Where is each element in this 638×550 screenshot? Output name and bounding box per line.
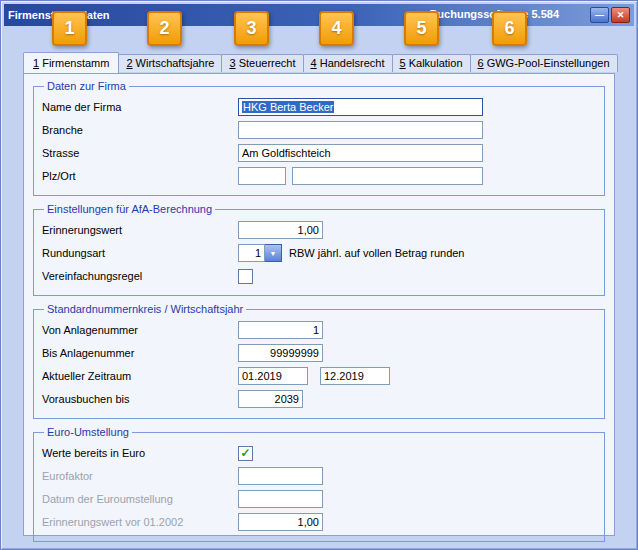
- firma-name-input[interactable]: HKG Berta Becker: [238, 98, 483, 116]
- group-legend: Euro-Umstellung: [44, 426, 132, 438]
- firma-name-label: Name der Firma: [42, 101, 238, 113]
- field-row: Werte bereits in Euro ✓: [42, 443, 596, 463]
- strasse-input[interactable]: [238, 144, 483, 162]
- group-euro-umstellung: Euro-Umstellung Werte bereits in Euro ✓ …: [33, 426, 605, 542]
- tab-label: Handelsrecht: [317, 57, 385, 69]
- bis-anlagenummer-input[interactable]: [238, 344, 323, 362]
- field-row: Vorausbuchen bis: [42, 389, 596, 409]
- field-row: Aktueller Zeitraum: [42, 366, 596, 386]
- vorausbuchen-bis-input[interactable]: [238, 390, 303, 408]
- field-row: Eurofaktor: [42, 466, 596, 486]
- annotation-marker-3: 3: [234, 11, 269, 46]
- zeitraum-von-input[interactable]: [238, 367, 308, 385]
- tab-strip: 1 Firmenstamm 2 Wirtschaftsjahre 3 Steue…: [23, 52, 617, 72]
- tab-steuerrecht[interactable]: 3 Steuerrecht: [221, 54, 303, 72]
- field-row: Branche: [42, 120, 596, 140]
- group-legend: Einstellungen für AfA-Berechnung: [44, 203, 215, 215]
- field-row: Erinnerungswert: [42, 220, 596, 240]
- field-row: Datum der Euroumstellung: [42, 489, 596, 509]
- chevron-down-icon: ▼: [270, 250, 277, 257]
- aktueller-zeitraum-label: Aktueller Zeitraum: [42, 370, 238, 382]
- rundungsart-dropdown-button[interactable]: ▼: [265, 244, 282, 262]
- branche-input[interactable]: [238, 121, 483, 139]
- rundungsart-input[interactable]: [238, 244, 265, 262]
- erinnerungswert-label: Erinnerungswert: [42, 224, 238, 236]
- check-icon: ✓: [240, 447, 250, 459]
- close-button[interactable]: ✕: [611, 7, 630, 23]
- eurofaktor-label: Eurofaktor: [42, 470, 238, 482]
- annotation-marker-4: 4: [319, 11, 354, 46]
- rundungsart-label: Rundungsart: [42, 247, 238, 259]
- firma-name-selected-text: HKG Berta Becker: [242, 101, 334, 113]
- field-row: Von Anlagenummer: [42, 320, 596, 340]
- group-legend: Standardnummernkreis / Wirtschaftsjahr: [44, 303, 246, 315]
- tab-label: Kalkulation: [406, 57, 463, 69]
- vorausbuchen-bis-label: Vorausbuchen bis: [42, 393, 238, 405]
- group-standardnummernkreis: Standardnummernkreis / Wirtschaftsjahr V…: [33, 303, 605, 419]
- eurofaktor-input[interactable]: [238, 467, 323, 485]
- tab-label: Firmenstamm: [39, 57, 109, 69]
- werte-in-euro-checkbox[interactable]: ✓: [238, 446, 253, 461]
- group-daten-zur-firma: Daten zur Firma Name der Firma HKG Berta…: [33, 80, 605, 196]
- von-anlagenummer-label: Von Anlagenummer: [42, 324, 238, 336]
- rundungsart-description: RBW jährl. auf vollen Betrag runden: [289, 247, 464, 259]
- close-icon: ✕: [617, 10, 625, 20]
- firmenstammdaten-window: Firmenstammdaten Buchungssoftware 5.584 …: [0, 0, 638, 550]
- erinnerungswert-vor-2002-input[interactable]: [238, 513, 323, 531]
- field-row: Vereinfachungsregel: [42, 266, 596, 286]
- tab-label: GWG-Pool-Einstellungen: [484, 57, 610, 69]
- tab-wirtschaftsjahre[interactable]: 2 Wirtschaftsjahre: [118, 54, 222, 72]
- screenshot-stage: Firmenstammdaten Buchungssoftware 5.584 …: [0, 0, 638, 550]
- tab-handelsrecht[interactable]: 4 Handelsrecht: [303, 54, 393, 72]
- tab-gwg-pool-einstellungen[interactable]: 6 GWG-Pool-Einstellungen: [470, 54, 618, 72]
- field-row: Strasse: [42, 143, 596, 163]
- euroumstellung-datum-label: Datum der Euroumstellung: [42, 493, 238, 505]
- field-row: Bis Anlagenummer: [42, 343, 596, 363]
- minimize-button[interactable]: —: [590, 7, 609, 23]
- tab-page-firmenstamm: Daten zur Firma Name der Firma HKG Berta…: [23, 73, 615, 536]
- erinnerungswert-vor-2002-label: Erinnerungswert vor 01.2002: [42, 516, 238, 528]
- field-row: Name der Firma HKG Berta Becker: [42, 97, 596, 117]
- minimize-icon: —: [595, 10, 604, 20]
- group-legend: Daten zur Firma: [44, 80, 129, 92]
- plzort-label: Plz/Ort: [42, 170, 238, 182]
- tab-kalkulation[interactable]: 5 Kalkulation: [392, 54, 471, 72]
- zeitraum-bis-input[interactable]: [320, 367, 390, 385]
- ort-input[interactable]: [292, 167, 483, 185]
- annotation-marker-2: 2: [147, 11, 182, 46]
- rundungsart-combobox[interactable]: ▼: [238, 244, 282, 262]
- vereinfachungsregel-checkbox[interactable]: [238, 269, 253, 284]
- tab-label: Steuerrecht: [236, 57, 296, 69]
- field-row: Plz/Ort: [42, 166, 596, 186]
- window-buttons: — ✕: [590, 7, 630, 23]
- euroumstellung-datum-input[interactable]: [238, 490, 323, 508]
- field-row: Erinnerungswert vor 01.2002: [42, 512, 596, 532]
- branche-label: Branche: [42, 124, 238, 136]
- vereinfachungsregel-label: Vereinfachungsregel: [42, 270, 238, 282]
- von-anlagenummer-input[interactable]: [238, 321, 323, 339]
- group-afa-berechnung: Einstellungen für AfA-Berechnung Erinner…: [33, 203, 605, 296]
- plz-input[interactable]: [238, 167, 286, 185]
- bis-anlagenummer-label: Bis Anlagenummer: [42, 347, 238, 359]
- tab-label: Wirtschaftsjahre: [133, 57, 215, 69]
- annotation-marker-6: 6: [492, 11, 527, 46]
- erinnerungswert-input[interactable]: [238, 221, 323, 239]
- werte-in-euro-label: Werte bereits in Euro: [42, 447, 238, 459]
- annotation-marker-5: 5: [404, 11, 439, 46]
- tab-firmenstamm[interactable]: 1 Firmenstamm: [23, 52, 119, 73]
- field-row: Rundungsart ▼ RBW jährl. auf vollen Betr…: [42, 243, 596, 263]
- strasse-label: Strasse: [42, 147, 238, 159]
- annotation-marker-1: 1: [52, 11, 87, 46]
